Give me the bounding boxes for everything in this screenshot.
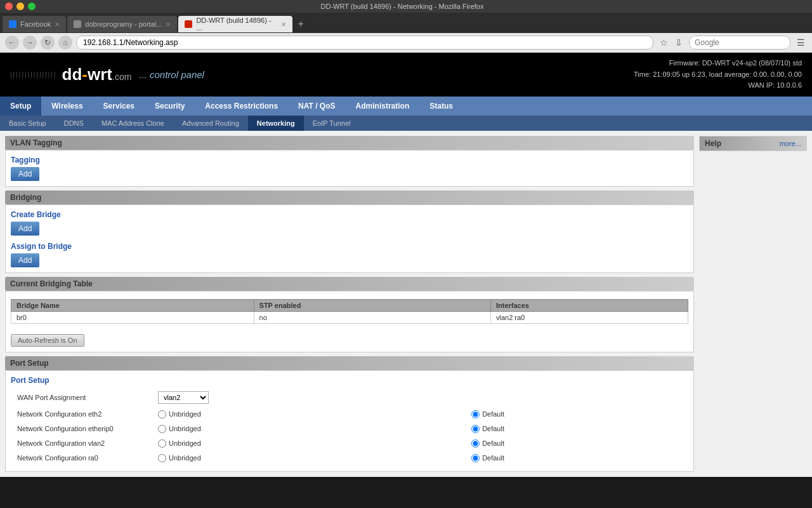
etherip0-default-label: Default	[482, 425, 504, 432]
tab-ddwrt[interactable]: DD-WRT (build 14896) - ... ✕	[178, 16, 292, 32]
back-button[interactable]: ←	[5, 36, 19, 50]
reload-button[interactable]: ↻	[41, 36, 55, 50]
subnav-networking[interactable]: Networking	[248, 116, 304, 131]
assign-to-bridge-label: Assign to Bridge	[11, 242, 688, 251]
forward-button[interactable]: →	[23, 36, 37, 50]
logo-dot-com: .com	[112, 72, 131, 82]
port-setup-table: WAN Port Assignment vlan0 vlan1 vlan2	[11, 387, 688, 466]
wan-port-select-cell: vlan0 vlan1 vlan2	[153, 389, 465, 406]
nav-access-restrictions[interactable]: Access Restrictions	[195, 97, 288, 116]
window-title: DD-WRT (build 14896) - Networking - Mozi…	[36, 3, 769, 10]
main-nav: Setup Wireless Services Security Access …	[0, 97, 812, 116]
config-eth2-unbridged-cell: Unbridged	[153, 408, 465, 421]
vlan-tagging-body: Tagging Add	[5, 150, 694, 187]
nav-setup[interactable]: Setup	[0, 97, 41, 116]
config-etherip0-row: Network Configuration etherip0 Unbridged	[12, 422, 687, 436]
create-bridge-label: Create Bridge	[11, 210, 688, 219]
auto-refresh-button[interactable]: Auto-Refresh is On	[11, 334, 84, 347]
new-tab-button[interactable]: +	[294, 18, 307, 30]
eth2-default-radio[interactable]	[471, 410, 480, 418]
nav-nat-qos[interactable]: NAT / QoS	[288, 97, 345, 116]
col-interfaces: Interfaces	[490, 299, 688, 311]
tab-favicon-facebook	[9, 20, 16, 28]
firmware-line3: WAN IP: 10.0.0.6	[634, 80, 802, 91]
close-tab-dobreprogramy[interactable]: ✕	[166, 21, 171, 28]
home-button[interactable]: ⌂	[58, 36, 72, 50]
ra0-unbridged-radio[interactable]	[158, 454, 166, 462]
tab-dobreprogramy[interactable]: dobreprogramy - portal... ✕	[67, 16, 177, 32]
ra0-default-radio[interactable]	[471, 454, 480, 462]
tab-favicon-dobreprogramy	[74, 20, 81, 28]
etherip0-unbridged-label: Unbridged	[169, 425, 201, 432]
wan-port-select[interactable]: vlan0 vlan1 vlan2	[158, 391, 209, 404]
help-more-link[interactable]: more...	[780, 140, 801, 147]
etherip0-default-group: Default	[471, 425, 682, 433]
subnav-advanced-routing[interactable]: Advanced Routing	[173, 116, 248, 131]
vlan2-unbridged-radio[interactable]	[158, 439, 166, 448]
bookmark-icon[interactable]: ☆	[657, 36, 670, 49]
address-bar-row: ← → ↻ ⌂ ☆ ⇩ ☰	[0, 33, 812, 53]
eth2-default-label: Default	[482, 410, 504, 418]
port-setup-label: Port Setup	[11, 376, 688, 385]
current-bridging-header: Current Bridging Table	[5, 277, 694, 291]
vlan2-unbridged-group: Unbridged	[158, 439, 460, 448]
firmware-info: Firmware: DD-WRT v24-sp2 (08/07/10) std …	[634, 58, 802, 91]
search-input[interactable]	[689, 36, 790, 50]
minimize-window-button[interactable]	[16, 3, 24, 10]
menu-icons: ☰	[794, 36, 807, 49]
logo-brand: dd-wrt.com	[62, 65, 132, 84]
logo-dash: -	[82, 65, 88, 84]
window-controls[interactable]	[5, 3, 36, 10]
close-tab-ddwrt[interactable]: ✕	[281, 21, 286, 28]
eth2-unbridged-radio[interactable]	[158, 410, 166, 418]
eth2-unbridged-group: Unbridged	[158, 410, 460, 418]
tab-facebook[interactable]: Facebook ✕	[3, 16, 66, 32]
vlan-tagging-section: VLAN Tagging Tagging Add	[5, 136, 694, 187]
nav-status[interactable]: Status	[419, 97, 463, 116]
tab-label-ddwrt: DD-WRT (build 14896) - ...	[196, 17, 277, 32]
subnav-basic-setup[interactable]: Basic Setup	[0, 116, 55, 131]
help-box: Help more...	[699, 136, 807, 151]
ddwrt-logo: |||||||||||||||| dd-wrt.com ... control …	[10, 65, 204, 84]
nav-security[interactable]: Security	[145, 97, 195, 116]
maximize-window-button[interactable]	[28, 3, 36, 10]
subnav-ddns[interactable]: DDNS	[55, 116, 93, 131]
config-ra0-label: Network Configuration ra0	[12, 451, 152, 465]
ddwrt-container: |||||||||||||||| dd-wrt.com ... control …	[0, 53, 812, 477]
logo-dots: ||||||||||||||||	[10, 71, 57, 78]
nav-wireless[interactable]: Wireless	[41, 97, 93, 116]
menu-icon[interactable]: ☰	[794, 36, 807, 49]
tagging-add-button[interactable]: Add	[11, 167, 39, 181]
vlan2-default-radio[interactable]	[471, 439, 480, 448]
main-content: VLAN Tagging Tagging Add Bridging Create…	[5, 136, 694, 472]
eth2-unbridged-label: Unbridged	[169, 410, 201, 418]
assign-bridge-add-button[interactable]: Add	[11, 253, 39, 267]
create-bridge-add-button[interactable]: Add	[11, 222, 39, 236]
config-vlan2-row: Network Configuration vlan2 Unbridged	[12, 437, 687, 450]
close-window-button[interactable]	[5, 3, 13, 10]
close-tab-facebook[interactable]: ✕	[55, 21, 60, 28]
nav-administration[interactable]: Administration	[346, 97, 420, 116]
downloads-icon[interactable]: ⇩	[672, 36, 685, 49]
cell-bridge-name: br0	[11, 311, 254, 323]
config-etherip0-label: Network Configuration etherip0	[12, 422, 152, 436]
col-stp-enabled: STP enabled	[254, 299, 490, 311]
help-header: Help more...	[700, 137, 806, 150]
logo-wrt: wrt	[88, 65, 112, 84]
etherip0-default-radio[interactable]	[471, 425, 480, 433]
address-input[interactable]	[76, 36, 653, 50]
port-setup-section: Port Setup Port Setup WAN Port Assignmen…	[5, 356, 694, 472]
firmware-line1: Firmware: DD-WRT v24-sp2 (08/07/10) std	[634, 58, 802, 69]
logo-tagline: ... control panel	[139, 69, 204, 80]
vlan2-default-group: Default	[471, 439, 682, 448]
config-ra0-row: Network Configuration ra0 Unbridged	[12, 451, 687, 465]
help-title: Help	[705, 139, 721, 148]
config-ra0-default-cell: Default	[466, 451, 687, 465]
subnav-mac-address-clone[interactable]: MAC Address Clone	[93, 116, 173, 131]
etherip0-unbridged-group: Unbridged	[158, 425, 460, 433]
wan-port-label: WAN Port Assignment	[12, 389, 152, 406]
subnav-eoip-tunnel[interactable]: EoIP Tunnel	[304, 116, 360, 131]
etherip0-unbridged-radio[interactable]	[158, 425, 166, 433]
nav-services[interactable]: Services	[93, 97, 145, 116]
current-bridging-body: Bridge Name STP enabled Interfaces br0 n…	[5, 291, 694, 352]
